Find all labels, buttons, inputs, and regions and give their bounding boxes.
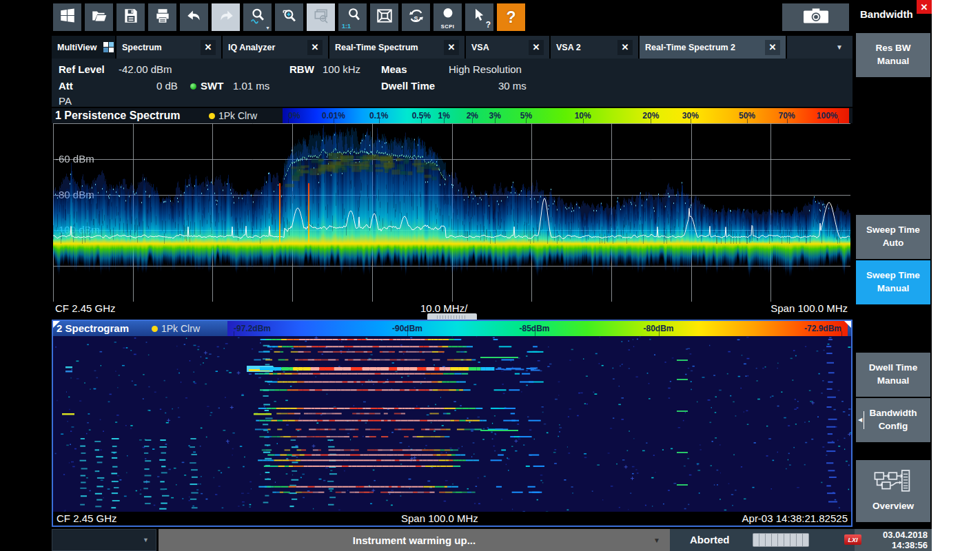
sweep-state-label: Aborted — [690, 534, 730, 545]
spectrogram-plot[interactable] — [53, 336, 851, 512]
scale-label: 5% — [520, 111, 532, 121]
close-menu-button[interactable]: ✕ — [917, 0, 932, 14]
status-bar: ▼ Instrument warming up... ▼ Aborted LXI… — [0, 529, 932, 551]
close-icon[interactable]: ✕ — [617, 40, 633, 55]
zoom-one-to-one-button[interactable]: 1:1 — [338, 3, 367, 31]
meas-label: Meas — [381, 63, 407, 75]
undo-button[interactable] — [180, 3, 208, 31]
close-icon[interactable]: ✕ — [444, 40, 459, 55]
multi-window-zoom-icon — [312, 7, 330, 28]
center-frequency-label[interactable]: CF 2.45 GHz — [57, 512, 117, 524]
softkey-panel: Bandwidth ✕ Res BW Manual Sweep Time Aut… — [855, 0, 932, 551]
question-mark: ? — [486, 20, 491, 30]
close-icon[interactable]: ✕ — [529, 40, 544, 55]
close-icon[interactable]: ✕ — [201, 40, 216, 55]
persistence-window-header[interactable]: 1 Persistence Spectrum 1Pk Clrw 0%0.01%0… — [52, 108, 853, 123]
tab-real-time-spectrum-2[interactable]: Real-Time Spectrum 2 ✕ — [640, 36, 786, 59]
scpi-recorder-button[interactable]: SCPI — [433, 3, 462, 31]
softkey-bandwidth-config[interactable]: ◀ Bandwidth Config — [856, 398, 930, 442]
scale-label: 20% — [642, 111, 659, 121]
chevron-down-icon: ▼ — [265, 25, 270, 30]
progress-segment — [797, 534, 802, 546]
scale-label: 50% — [739, 111, 755, 121]
tab-iq-analyzer[interactable]: IQ Analyzer ✕ — [223, 36, 328, 59]
scale-label: 0.5% — [412, 111, 431, 121]
window-title: 2 Spectrogram — [57, 322, 129, 334]
progress-segment — [784, 534, 790, 546]
help-button[interactable]: ? — [497, 3, 525, 31]
tab-multiview[interactable]: MultiView — [52, 36, 115, 59]
center-frequency-label[interactable]: CF 2.45 GHz — [55, 302, 116, 314]
screenshot-button[interactable] — [782, 3, 849, 31]
progress-segment — [790, 534, 796, 546]
zoom-trace-icon — [249, 7, 267, 28]
softkey-label: Overview — [872, 500, 914, 513]
time-value: 14:38:56 — [863, 540, 928, 550]
ref-level-label: Ref Level — [59, 63, 105, 75]
undo-arrow-icon — [185, 7, 203, 28]
status-message: Instrument warming up... — [353, 534, 476, 546]
tab-vsa-2[interactable]: VSA 2 ✕ — [551, 36, 638, 59]
ref-level-value[interactable]: -42.00 dBm — [119, 63, 172, 75]
status-message-bar[interactable]: Instrument warming up... ▼ — [159, 529, 670, 551]
chevron-down-icon: ▼ — [836, 43, 843, 51]
windows-start-button[interactable] — [53, 3, 81, 31]
tab-label: Spectrum — [122, 43, 162, 52]
zoom-trace-button[interactable]: ▼ — [243, 3, 272, 31]
softkey-label: Res BW Manual — [860, 42, 926, 68]
zoom-ratio-label: 1:1 — [342, 23, 351, 30]
redo-button — [212, 3, 240, 31]
scale-label: 2% — [467, 111, 478, 121]
pa-indicator: PA — [59, 95, 72, 107]
camera-icon — [804, 7, 828, 28]
tab-spectrum[interactable]: Spectrum ✕ — [116, 36, 221, 59]
date-value: 03.04.2018 — [863, 530, 928, 540]
open-file-button[interactable] — [85, 3, 113, 31]
span-label[interactable]: Span 100.0 MHz — [401, 512, 478, 524]
toolbar: ▼ 1:1 S SCPI ? ? — [53, 3, 525, 31]
split-screen-button[interactable] — [370, 3, 398, 31]
trace-label: 1Pk Clrw — [218, 110, 257, 121]
per-division-label[interactable]: 10.0 MHz/ — [420, 302, 467, 314]
span-label[interactable]: Span 100.0 MHz — [770, 302, 848, 314]
close-icon[interactable]: ✕ — [307, 40, 323, 55]
dwell-time-value[interactable]: 30 ms — [498, 80, 527, 92]
att-value[interactable]: 0 dB — [156, 80, 178, 92]
tab-vsa[interactable]: VSA ✕ — [466, 36, 549, 59]
scale-label: 10% — [575, 111, 591, 121]
windows-logo-icon — [59, 7, 76, 28]
persistence-spectrum-plot[interactable] — [53, 123, 850, 302]
tab-label: VSA 2 — [556, 43, 581, 52]
rbw-value[interactable]: 100 kHz — [323, 63, 360, 75]
swt-label: SWT — [201, 80, 223, 92]
progress-segment — [753, 534, 759, 546]
scale-label: -90dBm — [392, 324, 422, 333]
context-help-button[interactable]: ? — [465, 3, 493, 31]
softkey-res-bw-manual[interactable]: Res BW Manual — [856, 33, 930, 77]
date-time-display[interactable]: 03.04.2018 14:38:56 — [863, 530, 928, 550]
spectrogram-window-header[interactable]: 2 Spectrogram 1Pk Clrw -97.2dBm-90dBm-85… — [53, 321, 851, 336]
progress-segment — [778, 534, 784, 546]
zoom-selection-button[interactable] — [275, 3, 303, 31]
swt-value[interactable]: 1.01 ms — [233, 80, 269, 92]
chevron-down-icon: ▼ — [143, 537, 149, 543]
message-history-dropdown[interactable]: ▼ — [52, 529, 156, 551]
softkey-sweep-time-manual[interactable]: Sweep Time Manual — [856, 260, 930, 304]
print-button[interactable] — [148, 3, 176, 31]
softkey-menu-title: Bandwidth — [860, 8, 913, 20]
softkey-sweep-time-auto[interactable]: Sweep Time Auto — [856, 215, 930, 259]
save-button[interactable] — [116, 3, 145, 31]
channel-settings-bar[interactable]: Ref Level -42.00 dBm RBW 100 kHz Meas Hi… — [52, 59, 853, 107]
frame-timestamp: Apr-03 14:38:21.82525 — [742, 512, 848, 524]
tab-real-time-spectrum[interactable]: Real-Time Spectrum ✕ — [329, 36, 465, 59]
meas-value[interactable]: High Resolution — [449, 63, 522, 75]
softkey-overview[interactable]: Overview — [856, 460, 930, 522]
refresh-sync-button[interactable]: S — [402, 3, 430, 31]
trace-dot-icon — [152, 326, 158, 332]
tab-overflow-dropdown[interactable]: ▼ — [787, 36, 853, 59]
softkey-dwell-time-manual[interactable]: Dwell Time Manual — [856, 353, 930, 397]
progress-bar — [753, 533, 809, 547]
close-icon[interactable]: ✕ — [765, 40, 780, 55]
scpi-label: SCPI — [441, 23, 455, 30]
scale-label: 3% — [489, 111, 501, 121]
